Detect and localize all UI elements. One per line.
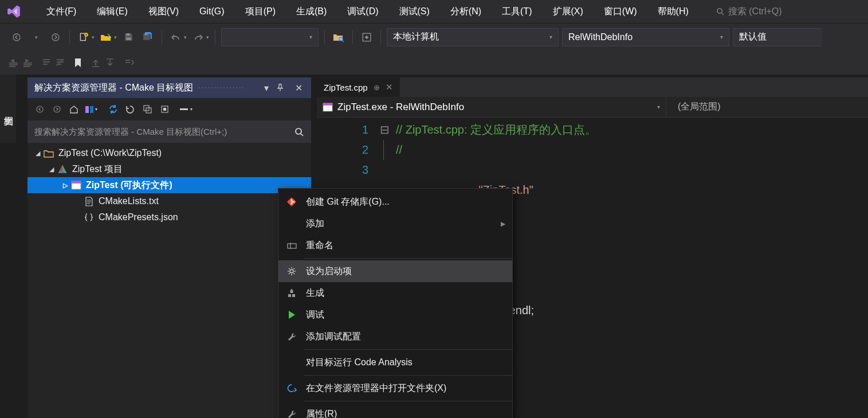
property-pages-icon[interactable] xyxy=(359,29,375,45)
vs-logo-icon xyxy=(6,3,22,19)
tree-cmakelists-label: CMakeLists.txt xyxy=(99,196,159,206)
find-in-folder-icon[interactable] xyxy=(331,29,347,45)
global-search[interactable]: 搜索 (Ctrl+Q) xyxy=(716,6,782,18)
svg-line-1 xyxy=(721,13,724,15)
collapse-icon[interactable] xyxy=(141,103,154,116)
step-back-icon[interactable] xyxy=(91,58,101,67)
scope-dropdown[interactable]: (全局范围) xyxy=(666,101,732,113)
indent-left-icon[interactable] xyxy=(9,58,18,67)
back-icon[interactable] xyxy=(33,103,46,116)
document-outline-tab[interactable]: 文档大纲 xyxy=(0,75,16,143)
menu-tools[interactable]: 工具(T) xyxy=(492,0,542,23)
menu-build[interactable]: 生成(B) xyxy=(286,0,337,23)
expander-icon[interactable]: ▷ xyxy=(61,182,70,189)
svg-point-34 xyxy=(290,269,293,273)
menu-debug[interactable]: 调试(D) xyxy=(337,0,388,23)
show-all-icon[interactable] xyxy=(158,103,171,116)
separator xyxy=(304,401,512,401)
refresh-icon[interactable] xyxy=(107,103,119,116)
tree-project-label: ZipTest 项目 xyxy=(72,163,123,175)
ctx-debug[interactable]: 调试 xyxy=(278,304,512,326)
solution-search-placeholder: 搜索解决方案资源管理器 - CMake 目标视图(Ctrl+;) xyxy=(34,127,227,138)
home-icon[interactable] xyxy=(68,103,80,116)
switch-views-icon[interactable]: ▾ xyxy=(85,103,97,116)
sync-icon[interactable] xyxy=(124,103,136,116)
open-folder-icon xyxy=(285,384,298,393)
menu-file[interactable]: 文件(F) xyxy=(36,0,87,23)
new-file-button[interactable]: ✦ ▾ xyxy=(76,29,95,45)
svg-line-13 xyxy=(56,59,64,66)
tree-project[interactable]: ◢ ZipTest 项目 xyxy=(28,161,311,177)
svg-rect-36 xyxy=(292,294,295,297)
uncomment-icon[interactable] xyxy=(56,58,65,67)
panel-close-icon[interactable]: ✕ xyxy=(293,83,304,93)
menu-help[interactable]: 帮助(H) xyxy=(647,0,699,23)
git-icon xyxy=(285,197,298,207)
undo-button[interactable]: ▾ xyxy=(168,29,187,45)
default-dropdown[interactable]: 默认值 xyxy=(733,28,822,46)
ctx-create-git-repo[interactable]: 创建 Git 存储库(G)... xyxy=(278,191,512,213)
ctx-build[interactable]: 生成 xyxy=(278,282,512,304)
properties-icon[interactable]: ▾ xyxy=(180,103,193,116)
ctx-properties[interactable]: 属性(R) xyxy=(278,403,512,418)
open-folder-icon xyxy=(98,29,114,45)
tree-target-label: ZipTest (可执行文件) xyxy=(86,179,172,192)
new-file-icon: ✦ xyxy=(76,29,92,45)
tree-presets[interactable]: CMakePresets.json xyxy=(28,209,311,225)
tree-cmakelists[interactable]: CMakeLists.txt xyxy=(28,193,311,209)
search-icon xyxy=(716,7,725,16)
indent-right-icon[interactable] xyxy=(23,58,33,67)
redo-button[interactable]: ▾ xyxy=(190,29,209,45)
separator xyxy=(304,375,512,376)
tree-root[interactable]: ◢ ZipTest (C:\Work\ZipTest) xyxy=(28,145,311,161)
save-icon[interactable] xyxy=(120,29,136,45)
target-machine-dropdown[interactable]: 本地计算机▾ xyxy=(387,28,559,46)
menu-view[interactable]: 视图(V) xyxy=(138,0,189,23)
menu-project[interactable]: 项目(P) xyxy=(235,0,286,23)
bookmark-icon[interactable] xyxy=(74,58,82,68)
menu-window[interactable]: 窗口(W) xyxy=(594,0,647,23)
menu-edit[interactable]: 编辑(E) xyxy=(87,0,138,23)
config-dropdown[interactable]: RelWithDebInfo▾ xyxy=(562,28,729,46)
file-tab[interactable]: ZipTest.cpp ⊕ ✕ xyxy=(317,77,400,97)
menu-git[interactable]: Git(G) xyxy=(189,0,235,23)
comment-icon[interactable] xyxy=(42,58,51,67)
svg-text:✦: ✦ xyxy=(85,33,88,36)
ctx-add-debug-config[interactable]: 添加调试配置 xyxy=(278,326,512,347)
ctx-open-in-explorer[interactable]: 在文件资源管理器中打开文件夹(X) xyxy=(278,377,512,399)
solution-search[interactable]: 搜索解决方案资源管理器 - CMake 目标视图(Ctrl+;) xyxy=(28,121,311,143)
svg-rect-35 xyxy=(288,294,291,297)
step-forward-icon[interactable] xyxy=(105,58,115,67)
ctx-add[interactable]: 添加▶ xyxy=(278,213,512,235)
submenu-arrow-icon: ▶ xyxy=(501,220,505,228)
expander-icon[interactable]: ◢ xyxy=(33,150,42,157)
nav-back-icon[interactable] xyxy=(9,29,25,45)
tree-target-selected[interactable]: ▷ ZipTest (可执行文件) xyxy=(28,177,311,193)
solution-tree: ◢ ZipTest (C:\Work\ZipTest) ◢ ZipTest 项目… xyxy=(28,143,311,418)
save-all-icon[interactable] xyxy=(140,29,156,45)
menu-test[interactable]: 测试(S) xyxy=(389,0,440,23)
pin-icon[interactable]: ⊕ xyxy=(374,83,380,92)
ctx-rename[interactable]: 重命名 xyxy=(278,235,512,256)
ctx-set-startup[interactable]: 设为启动项 xyxy=(278,260,512,282)
nav-fwd-icon[interactable] xyxy=(48,29,64,45)
menu-analyze[interactable]: 分析(N) xyxy=(440,0,492,23)
executable-icon xyxy=(70,181,83,190)
startup-dropdown[interactable]: ▾ xyxy=(221,28,319,46)
menu-extensions[interactable]: 扩展(X) xyxy=(543,0,594,23)
panel-pin-icon[interactable] xyxy=(277,84,288,92)
panel-dropdown-icon[interactable]: ▾ xyxy=(261,83,272,93)
svg-point-3 xyxy=(52,34,59,41)
open-folder-button[interactable]: ▾ xyxy=(98,29,117,45)
ctx-code-analysis[interactable]: 对目标运行 Code Analysis xyxy=(278,351,512,373)
close-tab-icon[interactable]: ✕ xyxy=(386,82,393,92)
svg-rect-9 xyxy=(144,33,147,35)
fwd-icon[interactable] xyxy=(50,103,63,116)
overflow-button[interactable] xyxy=(124,58,134,67)
target-context-dropdown[interactable]: ZipTest.exe - RelWithDebInfo ▾ xyxy=(317,97,666,117)
caret-icon[interactable]: ▾ xyxy=(28,29,44,45)
separator xyxy=(304,258,512,259)
tree-presets-label: CMakePresets.json xyxy=(99,212,178,222)
expander-icon[interactable]: ◢ xyxy=(47,166,56,173)
panel-title-bar[interactable]: 解决方案资源管理器 - CMake 目标视图 ∙∙∙∙∙∙∙∙∙∙∙∙∙∙∙ ▾… xyxy=(28,77,311,98)
